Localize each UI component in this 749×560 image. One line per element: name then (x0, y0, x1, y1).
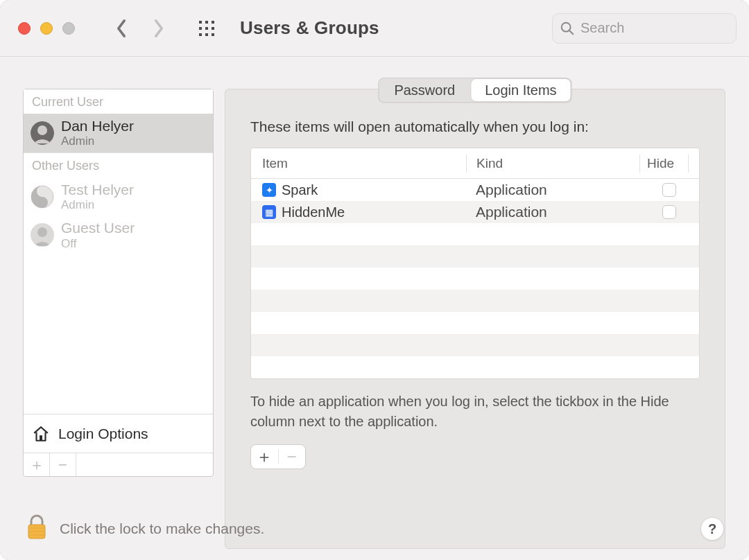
help-button[interactable]: ? (700, 517, 724, 541)
svg-rect-0 (199, 21, 202, 24)
page-title: Users & Groups (240, 17, 379, 39)
table-row-empty (251, 223, 699, 245)
help-label: ? (708, 521, 716, 537)
current-user-section-label: Current User (24, 89, 213, 114)
sidebar-user-current[interactable]: Dan Helyer Admin (24, 114, 213, 152)
svg-point-15 (41, 200, 44, 204)
add-user-button[interactable]: ＋ (24, 453, 50, 476)
search-icon (560, 21, 575, 36)
tab-password-label: Password (394, 82, 455, 98)
grid-icon (198, 20, 215, 37)
svg-point-12 (37, 125, 47, 135)
svg-rect-2 (212, 21, 214, 24)
table-header: Item Kind Hide (251, 148, 699, 179)
col-hide[interactable]: Hide (639, 155, 688, 173)
chevron-right-icon (153, 19, 165, 38)
avatar (31, 223, 54, 247)
content: Current User Dan Helyer Admin Other User… (0, 57, 749, 560)
minimize-window-button[interactable] (40, 22, 53, 35)
user-role: Admin (61, 198, 134, 212)
avatar (31, 121, 54, 145)
table-row[interactable]: ✦ Spark Application (251, 179, 699, 201)
table-row-empty (251, 356, 699, 378)
svg-line-10 (569, 30, 574, 34)
house-icon (32, 425, 50, 443)
tab-login-items-label: Login Items (485, 82, 556, 98)
svg-point-16 (37, 227, 47, 237)
back-button[interactable] (110, 17, 133, 40)
avatar (31, 185, 54, 209)
chevron-left-icon (115, 19, 128, 38)
user-role: Off (61, 237, 135, 251)
nav-buttons (110, 17, 171, 40)
forward-button[interactable] (147, 17, 171, 40)
svg-point-14 (41, 189, 44, 193)
col-item[interactable]: Item (251, 156, 466, 171)
svg-rect-3 (199, 27, 202, 30)
lock-icon (25, 514, 49, 541)
tab-bar: Password Login Items (378, 78, 571, 103)
table-row-empty (251, 334, 699, 356)
login-items-intro: These items will open automatically when… (250, 119, 700, 135)
yinyang-icon (31, 185, 54, 209)
login-options-label: Login Options (58, 426, 148, 442)
user-name: Dan Helyer (61, 118, 134, 134)
maximize-window-button[interactable] (62, 22, 75, 35)
silhouette-icon (31, 223, 54, 247)
main-pane: Password Login Items These items will op… (225, 89, 725, 549)
avatar-photo-icon (31, 121, 54, 145)
lock-hint: Click the lock to make changes. (60, 520, 264, 537)
tab-login-items[interactable]: Login Items (471, 79, 570, 101)
hide-checkbox[interactable] (662, 205, 676, 219)
sidebar-user-other-0[interactable]: Test Helyer Admin (24, 177, 213, 216)
login-items-add-remove: ＋ − (250, 444, 306, 469)
svg-rect-4 (205, 27, 208, 30)
toolbar: Users & Groups (0, 0, 749, 57)
sidebar-user-other-1[interactable]: Guest User Off (24, 216, 213, 254)
svg-rect-17 (40, 435, 42, 441)
table-row[interactable]: ▦ HiddenMe Application (251, 201, 699, 223)
user-role: Admin (61, 134, 134, 148)
col-kind[interactable]: Kind (466, 155, 639, 173)
footer: Click the lock to make changes. ? (0, 498, 749, 560)
lock-button[interactable] (25, 514, 49, 544)
item-kind: Application (466, 204, 639, 220)
users-sidebar: Current User Dan Helyer Admin Other User… (23, 89, 214, 477)
app-icon: ▦ (262, 205, 276, 219)
search-field[interactable] (552, 13, 737, 44)
other-users-section-label: Other Users (24, 152, 213, 177)
item-kind: Application (466, 182, 639, 198)
window-controls (18, 22, 75, 35)
preferences-window: Users & Groups Current User Dan Helyer A… (0, 0, 749, 560)
show-all-button[interactable] (198, 20, 215, 37)
table-row-empty (251, 312, 699, 334)
svg-rect-7 (205, 33, 208, 36)
hide-checkbox[interactable] (662, 183, 676, 197)
add-login-item-button[interactable]: ＋ (251, 446, 278, 468)
item-name: HiddenMe (282, 204, 345, 220)
svg-rect-1 (205, 21, 208, 24)
svg-rect-6 (199, 33, 202, 36)
table-row-empty (251, 290, 699, 312)
user-name: Test Helyer (61, 182, 134, 198)
remove-user-button[interactable]: − (50, 453, 76, 476)
login-items-table: Item Kind Hide ✦ Spark Application (250, 148, 700, 379)
search-input[interactable] (579, 19, 729, 37)
svg-rect-8 (212, 33, 214, 36)
item-name: Spark (282, 182, 318, 198)
user-name: Guest User (61, 220, 135, 236)
hide-hint: To hide an application when you log in, … (250, 392, 700, 432)
table-row-empty (251, 245, 699, 268)
tab-password[interactable]: Password (379, 78, 470, 102)
remove-login-item-button[interactable]: − (279, 447, 306, 466)
table-body: ✦ Spark Application ▦ HiddenMe Applica (251, 179, 699, 378)
close-window-button[interactable] (18, 22, 31, 35)
table-row-empty (251, 268, 699, 290)
sidebar-add-remove: ＋ − (24, 453, 213, 476)
login-options-button[interactable]: Login Options (24, 414, 213, 453)
app-icon: ✦ (262, 183, 276, 197)
svg-rect-5 (212, 27, 214, 30)
